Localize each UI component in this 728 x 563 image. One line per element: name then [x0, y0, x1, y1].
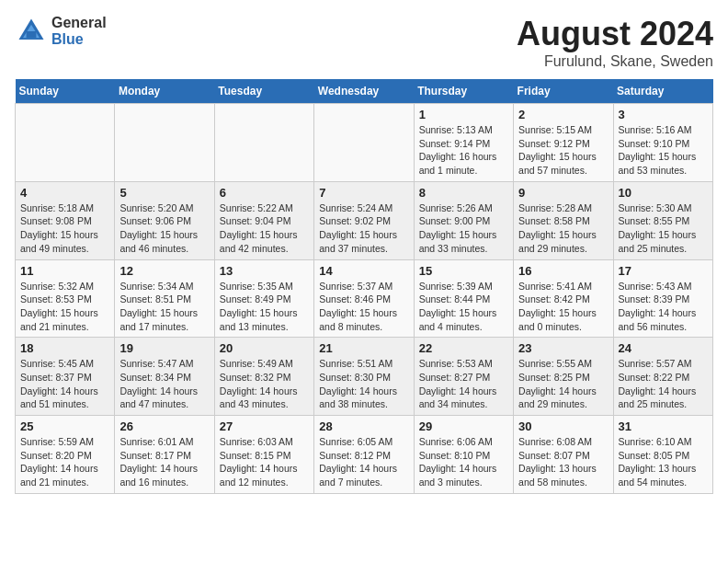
day-info: Sunrise: 5:49 AM Sunset: 8:32 PM Dayligh… [220, 357, 309, 411]
day-number: 15 [419, 264, 508, 278]
day-number: 5 [119, 186, 209, 200]
day-info: Sunrise: 5:57 AM Sunset: 8:22 PM Dayligh… [619, 357, 708, 411]
day-info: Sunrise: 5:45 AM Sunset: 8:37 PM Dayligh… [20, 357, 109, 411]
calendar-cell: 7Sunrise: 5:24 AM Sunset: 9:02 PM Daylig… [314, 181, 414, 259]
day-number: 1 [419, 108, 508, 121]
calendar-week-4: 18Sunrise: 5:45 AM Sunset: 8:37 PM Dayli… [16, 338, 713, 416]
day-info: Sunrise: 6:06 AM Sunset: 8:10 PM Dayligh… [419, 435, 508, 489]
calendar-cell: 8Sunrise: 5:26 AM Sunset: 9:00 PM Daylig… [414, 181, 513, 259]
calendar-cell: 11Sunrise: 5:32 AM Sunset: 8:53 PM Dayli… [16, 259, 115, 338]
subtitle: Furulund, Skane, Sweden [517, 53, 713, 70]
day-number: 11 [20, 264, 109, 278]
day-info: Sunrise: 5:55 AM Sunset: 8:25 PM Dayligh… [518, 357, 608, 411]
day-info: Sunrise: 5:28 AM Sunset: 8:58 PM Dayligh… [518, 201, 608, 256]
day-number: 26 [119, 419, 209, 433]
calendar-cell: 21Sunrise: 5:51 AM Sunset: 8:30 PM Dayli… [314, 338, 414, 416]
calendar-cell: 15Sunrise: 5:39 AM Sunset: 8:44 PM Dayli… [414, 259, 513, 338]
title-block: August 2024 Furulund, Skane, Sweden [517, 15, 713, 70]
calendar-cell: 24Sunrise: 5:57 AM Sunset: 8:22 PM Dayli… [613, 338, 712, 416]
day-info: Sunrise: 5:59 AM Sunset: 8:20 PM Dayligh… [20, 435, 109, 489]
calendar-cell [115, 104, 214, 182]
header-cell-saturday: Saturday [613, 79, 712, 104]
day-info: Sunrise: 5:20 AM Sunset: 9:06 PM Dayligh… [119, 201, 209, 256]
day-info: Sunrise: 5:32 AM Sunset: 8:53 PM Dayligh… [20, 280, 109, 334]
day-info: Sunrise: 5:26 AM Sunset: 9:00 PM Dayligh… [419, 201, 508, 256]
calendar-cell [16, 104, 115, 182]
calendar-cell: 12Sunrise: 5:34 AM Sunset: 8:51 PM Dayli… [115, 259, 214, 338]
logo-icon [15, 15, 48, 48]
day-info: Sunrise: 6:08 AM Sunset: 8:07 PM Dayligh… [518, 435, 608, 489]
calendar-cell: 16Sunrise: 5:41 AM Sunset: 8:42 PM Dayli… [514, 259, 613, 338]
day-number: 3 [619, 108, 708, 121]
header-cell-sunday: Sunday [16, 79, 115, 104]
day-info: Sunrise: 5:22 AM Sunset: 9:04 PM Dayligh… [220, 201, 309, 256]
day-info: Sunrise: 5:51 AM Sunset: 8:30 PM Dayligh… [319, 357, 408, 411]
calendar-cell: 19Sunrise: 5:47 AM Sunset: 8:34 PM Dayli… [115, 338, 214, 416]
calendar-header: SundayMondayTuesdayWednesdayThursdayFrid… [16, 79, 713, 104]
calendar-table: SundayMondayTuesdayWednesdayThursdayFrid… [15, 79, 713, 494]
day-info: Sunrise: 5:34 AM Sunset: 8:51 PM Dayligh… [119, 280, 209, 334]
day-number: 12 [119, 264, 209, 278]
day-info: Sunrise: 5:35 AM Sunset: 8:49 PM Dayligh… [220, 280, 309, 334]
day-number: 25 [20, 419, 109, 433]
header-cell-monday: Monday [115, 79, 214, 104]
calendar-cell: 23Sunrise: 5:55 AM Sunset: 8:25 PM Dayli… [514, 338, 613, 416]
calendar-week-5: 25Sunrise: 5:59 AM Sunset: 8:20 PM Dayli… [16, 416, 713, 494]
logo-text: General Blue [51, 15, 107, 47]
day-number: 17 [619, 264, 708, 278]
logo-blue: Blue [51, 31, 107, 48]
day-number: 24 [619, 341, 708, 355]
calendar-cell: 25Sunrise: 5:59 AM Sunset: 8:20 PM Dayli… [16, 416, 115, 494]
day-number: 19 [119, 341, 209, 355]
day-number: 20 [220, 341, 309, 355]
day-info: Sunrise: 5:43 AM Sunset: 8:39 PM Dayligh… [619, 280, 708, 334]
day-info: Sunrise: 5:41 AM Sunset: 8:42 PM Dayligh… [518, 280, 608, 334]
calendar-cell: 10Sunrise: 5:30 AM Sunset: 8:55 PM Dayli… [613, 181, 712, 259]
header-cell-thursday: Thursday [414, 79, 513, 104]
day-info: Sunrise: 6:10 AM Sunset: 8:05 PM Dayligh… [619, 435, 708, 489]
day-info: Sunrise: 5:37 AM Sunset: 8:46 PM Dayligh… [319, 280, 408, 334]
calendar-cell: 14Sunrise: 5:37 AM Sunset: 8:46 PM Dayli… [314, 259, 414, 338]
day-number: 14 [319, 264, 408, 278]
day-number: 31 [619, 419, 708, 433]
calendar-cell: 27Sunrise: 6:03 AM Sunset: 8:15 PM Dayli… [214, 416, 313, 494]
calendar-cell: 9Sunrise: 5:28 AM Sunset: 8:58 PM Daylig… [514, 181, 613, 259]
day-number: 27 [220, 419, 309, 433]
day-number: 30 [518, 419, 608, 433]
day-number: 29 [419, 419, 508, 433]
day-number: 2 [518, 108, 608, 121]
day-number: 6 [220, 186, 309, 200]
calendar-week-3: 11Sunrise: 5:32 AM Sunset: 8:53 PM Dayli… [16, 259, 713, 338]
calendar-cell: 2Sunrise: 5:15 AM Sunset: 9:12 PM Daylig… [514, 104, 613, 182]
calendar-cell: 4Sunrise: 5:18 AM Sunset: 9:08 PM Daylig… [16, 181, 115, 259]
day-info: Sunrise: 5:30 AM Sunset: 8:55 PM Dayligh… [619, 201, 708, 256]
calendar-cell: 1Sunrise: 5:13 AM Sunset: 9:14 PM Daylig… [414, 104, 513, 182]
day-info: Sunrise: 5:18 AM Sunset: 9:08 PM Dayligh… [20, 201, 109, 256]
day-number: 22 [419, 341, 508, 355]
day-number: 10 [619, 186, 708, 200]
day-number: 16 [518, 264, 608, 278]
day-info: Sunrise: 6:05 AM Sunset: 8:12 PM Dayligh… [319, 435, 408, 489]
logo: General Blue [15, 15, 107, 48]
day-info: Sunrise: 6:01 AM Sunset: 8:17 PM Dayligh… [119, 435, 209, 489]
logo-general: General [51, 15, 107, 31]
day-number: 4 [20, 186, 109, 200]
calendar-cell: 30Sunrise: 6:08 AM Sunset: 8:07 PM Dayli… [514, 416, 613, 494]
calendar-cell [314, 104, 414, 182]
header-cell-friday: Friday [514, 79, 613, 104]
calendar-cell: 6Sunrise: 5:22 AM Sunset: 9:04 PM Daylig… [214, 181, 313, 259]
calendar-week-2: 4Sunrise: 5:18 AM Sunset: 9:08 PM Daylig… [16, 181, 713, 259]
header-cell-tuesday: Tuesday [214, 79, 313, 104]
day-number: 28 [319, 419, 408, 433]
day-info: Sunrise: 5:16 AM Sunset: 9:10 PM Dayligh… [619, 123, 708, 178]
day-number: 13 [220, 264, 309, 278]
day-number: 9 [518, 186, 608, 200]
calendar-cell: 29Sunrise: 6:06 AM Sunset: 8:10 PM Dayli… [414, 416, 513, 494]
svg-rect-2 [27, 31, 37, 38]
day-number: 8 [419, 186, 508, 200]
day-info: Sunrise: 5:15 AM Sunset: 9:12 PM Dayligh… [518, 123, 608, 178]
page-header: General Blue August 2024 Furulund, Skane… [15, 15, 713, 70]
main-title: August 2024 [517, 15, 713, 53]
calendar-cell: 26Sunrise: 6:01 AM Sunset: 8:17 PM Dayli… [115, 416, 214, 494]
calendar-body: 1Sunrise: 5:13 AM Sunset: 9:14 PM Daylig… [16, 104, 713, 494]
